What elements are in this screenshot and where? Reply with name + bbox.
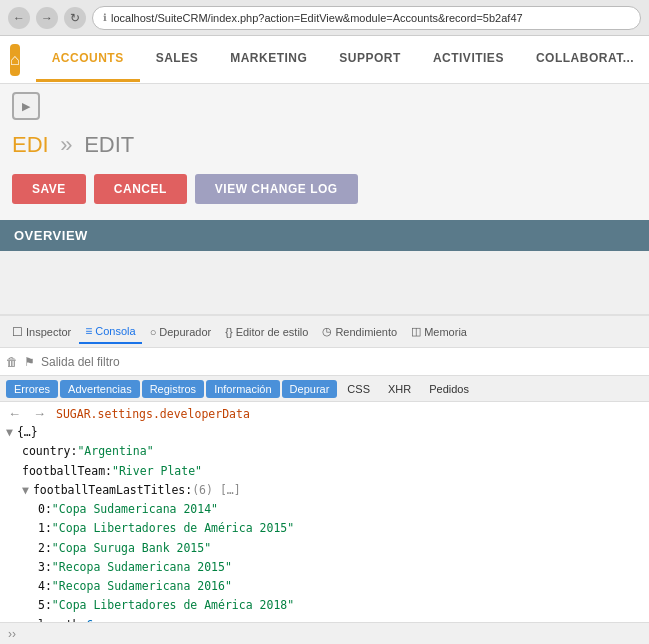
- key-5: 5:: [38, 597, 52, 614]
- console-line: 5: "Copa Libertadores de América 2018": [38, 596, 643, 615]
- address-bar[interactable]: ℹ localhost/SuiteCRM/index.php?action=Ed…: [92, 6, 641, 30]
- cat-errors[interactable]: Errores: [6, 380, 58, 398]
- expand-icon[interactable]: ▼: [6, 424, 13, 441]
- nav-sales[interactable]: SALES: [140, 37, 215, 82]
- overview-header: OVERVIEW: [0, 220, 649, 251]
- key-3: 3:: [38, 559, 52, 576]
- devtools-panel: ☐ Inspector ≡ Consola ○ Depurador {} Edi…: [0, 314, 649, 644]
- cat-logs[interactable]: Registros: [142, 380, 204, 398]
- breadcrumb-module: EDI: [12, 132, 49, 157]
- breadcrumb: EDI » EDIT: [0, 128, 649, 166]
- refresh-button[interactable]: ↻: [64, 7, 86, 29]
- save-button[interactable]: SAVE: [12, 174, 86, 204]
- devtools-console: ← → SUGAR.settings.developerData ▼ {…} c…: [0, 402, 649, 644]
- performance-tab-label: Rendimiento: [335, 326, 397, 338]
- breadcrumb-area: ▶: [0, 84, 649, 128]
- inspector-tab-icon: ☐: [12, 325, 23, 339]
- key-4: 4:: [38, 578, 52, 595]
- console-line: 0: "Copa Sudamericana 2014": [38, 500, 643, 519]
- style-tab-icon: {}: [225, 326, 232, 338]
- console-line: country: "Argentina": [22, 442, 643, 461]
- console-tab-icon: ≡: [85, 324, 92, 338]
- cat-info[interactable]: Información: [206, 380, 279, 398]
- devtools-debugger-tab[interactable]: ○ Depurador: [144, 322, 218, 342]
- top-nav: ⌂ ACCOUNTS SALES MARKETING SUPPORT ACTIV…: [0, 36, 649, 84]
- cat-css[interactable]: CSS: [339, 380, 378, 398]
- inspector-tab-label: Inspector: [26, 326, 71, 338]
- bottom-chevron-icon[interactable]: ››: [8, 627, 16, 641]
- breadcrumb-separator: »: [60, 132, 72, 157]
- cancel-button[interactable]: CANCEL: [94, 174, 187, 204]
- val-0: "Copa Sudamericana 2014": [52, 501, 218, 518]
- nav-activities[interactable]: ACTIVITIES: [417, 37, 520, 82]
- devtools-bottom-bar: ››: [0, 622, 649, 644]
- devtools-console-tab[interactable]: ≡ Consola: [79, 320, 141, 344]
- key-1: 1:: [38, 520, 52, 537]
- nav-accounts[interactable]: ACCOUNTS: [36, 37, 140, 82]
- devtools-memory-tab[interactable]: ◫ Memoria: [405, 321, 473, 342]
- console-nav: ← → SUGAR.settings.developerData: [6, 404, 643, 423]
- cat-debug[interactable]: Depurar: [282, 380, 338, 398]
- console-forward-btn[interactable]: →: [31, 406, 48, 421]
- val-2: "Copa Suruga Bank 2015": [52, 540, 211, 557]
- key-2: 2:: [38, 540, 52, 557]
- val-1: "Copa Libertadores de América 2015": [52, 520, 294, 537]
- cat-warnings[interactable]: Advertencias: [60, 380, 140, 398]
- val-titles-meta: (6) […]: [192, 482, 240, 499]
- key-titles: footballTeamLastTitles:: [33, 482, 192, 499]
- view-change-log-button[interactable]: VIEW CHANGE LOG: [195, 174, 358, 204]
- val-country: "Argentina": [77, 443, 153, 460]
- nav-items: ACCOUNTS SALES MARKETING SUPPORT ACTIVIT…: [36, 37, 649, 82]
- val-5: "Copa Libertadores de América 2018": [52, 597, 294, 614]
- console-line: 3: "Recopa Sudamericana 2015": [38, 558, 643, 577]
- style-tab-label: Editor de estilo: [236, 326, 309, 338]
- console-tab-label: Consola: [95, 325, 135, 337]
- nav-marketing[interactable]: MARKETING: [214, 37, 323, 82]
- filter-input[interactable]: [41, 355, 643, 369]
- trash-icon: 🗑: [6, 355, 18, 369]
- memory-tab-icon: ◫: [411, 325, 421, 338]
- devtools-style-tab[interactable]: {} Editor de estilo: [219, 322, 314, 342]
- devtools-filter: 🗑 ⚑: [0, 348, 649, 376]
- devtools-inspector-tab[interactable]: ☐ Inspector: [6, 321, 77, 343]
- performance-tab-icon: ◷: [322, 325, 332, 338]
- breadcrumb-action: EDIT: [84, 132, 134, 157]
- console-line: 4: "Recopa Sudamericana 2016": [38, 577, 643, 596]
- key-0: 0:: [38, 501, 52, 518]
- url-text: localhost/SuiteCRM/index.php?action=Edit…: [111, 12, 523, 24]
- devtools-categories: Errores Advertencias Registros Informaci…: [0, 376, 649, 402]
- forward-button[interactable]: →: [36, 7, 58, 29]
- action-buttons: SAVE CANCEL VIEW CHANGE LOG: [0, 166, 649, 220]
- devtools-toolbar: ☐ Inspector ≡ Consola ○ Depurador {} Edi…: [0, 316, 649, 348]
- console-line: ▼ footballTeamLastTitles: (6) […]: [22, 481, 643, 500]
- console-back-btn[interactable]: ←: [6, 406, 23, 421]
- cat-xhr[interactable]: XHR: [380, 380, 419, 398]
- nav-support[interactable]: SUPPORT: [323, 37, 417, 82]
- back-button[interactable]: ←: [8, 7, 30, 29]
- browser-chrome: ← → ↻ ℹ localhost/SuiteCRM/index.php?act…: [0, 0, 649, 36]
- console-line: 2: "Copa Suruga Bank 2015": [38, 539, 643, 558]
- lock-icon: ℹ: [103, 12, 107, 23]
- val-team: "River Plate": [112, 463, 202, 480]
- console-line: 1: "Copa Libertadores de América 2015": [38, 519, 643, 538]
- console-line: ▼ {…}: [6, 423, 643, 442]
- console-path: SUGAR.settings.developerData: [56, 407, 250, 421]
- val-3: "Recopa Sudamericana 2015": [52, 559, 232, 576]
- console-line: footballTeam: "River Plate": [22, 462, 643, 481]
- filter-icon: ⚑: [24, 355, 35, 369]
- debugger-tab-label: Depurador: [159, 326, 211, 338]
- play-button[interactable]: ▶: [12, 92, 40, 120]
- expand-titles-icon[interactable]: ▼: [22, 482, 29, 499]
- cat-requests[interactable]: Pedidos: [421, 380, 477, 398]
- overview-label: OVERVIEW: [14, 228, 88, 243]
- debugger-tab-icon: ○: [150, 326, 157, 338]
- home-button[interactable]: ⌂: [10, 44, 20, 76]
- key-team: footballTeam:: [22, 463, 112, 480]
- page-content: ▶ EDI » EDIT SAVE CANCEL VIEW CHANGE LOG…: [0, 84, 649, 251]
- console-obj: {…}: [17, 424, 38, 441]
- val-4: "Recopa Sudamericana 2016": [52, 578, 232, 595]
- memory-tab-label: Memoria: [424, 326, 467, 338]
- nav-collaborate[interactable]: COLLABORAT...: [520, 37, 649, 82]
- devtools-performance-tab[interactable]: ◷ Rendimiento: [316, 321, 403, 342]
- key-country: country:: [22, 443, 77, 460]
